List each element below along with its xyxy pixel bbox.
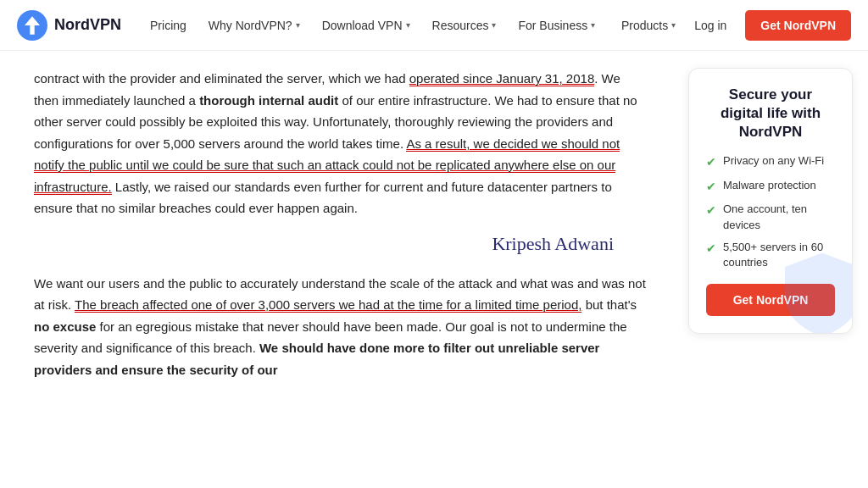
nav-why-nordvpn[interactable]: Why NordVPN? ▾ <box>200 14 309 37</box>
article-bold-should: We should have done more to filter out u… <box>34 341 599 377</box>
feature-text: One account, ten devices <box>723 202 835 232</box>
feature-item: ✔ One account, ten devices <box>706 202 835 232</box>
check-icon: ✔ <box>706 179 716 196</box>
check-icon: ✔ <box>706 202 716 219</box>
article-underline-breach: The breach affected one of over 3,000 se… <box>75 297 581 313</box>
check-icon: ✔ <box>706 241 716 258</box>
logo-text: NordVPN <box>54 16 121 34</box>
article-paragraph-1: contract with the provider and eliminate… <box>34 68 648 219</box>
feature-text: Malware protection <box>723 178 816 193</box>
article-content: contract with the provider and eliminate… <box>0 51 673 488</box>
chevron-down-icon: ▾ <box>671 20 676 30</box>
article-underline-result: As a result, we decided we should not no… <box>34 136 620 195</box>
sidebar: Secure your digital life with NordVPN ✔ … <box>673 51 868 488</box>
nav-for-business[interactable]: For Business ▾ <box>509 14 604 37</box>
check-icon: ✔ <box>706 154 716 171</box>
chevron-down-icon: ▾ <box>492 20 496 30</box>
sidebar-card: Secure your digital life with NordVPN ✔ … <box>688 68 853 334</box>
nav-right: Products ▾ Log in Get NordVPN <box>621 10 851 41</box>
article-bold-audit: thorough internal audit <box>199 93 338 108</box>
get-nordvpn-button[interactable]: Get NordVPN <box>745 10 851 41</box>
feature-item: ✔ Malware protection <box>706 178 835 196</box>
nav-pricing[interactable]: Pricing <box>142 14 195 37</box>
nav-download-vpn[interactable]: Download VPN ▾ <box>314 14 419 37</box>
chevron-down-icon: ▾ <box>296 20 300 30</box>
sidebar-title: Secure your digital life with NordVPN <box>706 86 835 141</box>
article-underline-date: operated since January 31, 2018 <box>409 71 595 86</box>
feature-item: ✔ Privacy on any Wi-Fi <box>706 153 835 171</box>
article-no-excuse: no excuse <box>34 319 96 334</box>
nav-products[interactable]: Products ▾ <box>621 19 676 32</box>
feature-text: Privacy on any Wi-Fi <box>723 153 824 169</box>
article-signature: Kripesh Adwani <box>34 228 614 259</box>
nav-links: Pricing Why NordVPN? ▾ Download VPN ▾ Re… <box>142 14 621 37</box>
nav-login[interactable]: Log in <box>686 14 735 37</box>
chevron-down-icon: ▾ <box>591 20 595 30</box>
shield-bg-icon <box>776 248 853 334</box>
article-paragraph-2: We want our users and the public to accu… <box>34 273 648 381</box>
main-layout: contract with the provider and eliminate… <box>0 51 868 488</box>
nav-resources[interactable]: Resources ▾ <box>424 14 505 37</box>
logo[interactable]: NordVPN <box>17 10 121 41</box>
nordvpn-logo-icon <box>17 10 47 41</box>
navbar: NordVPN Pricing Why NordVPN? ▾ Download … <box>0 0 868 51</box>
chevron-down-icon: ▾ <box>406 20 410 30</box>
